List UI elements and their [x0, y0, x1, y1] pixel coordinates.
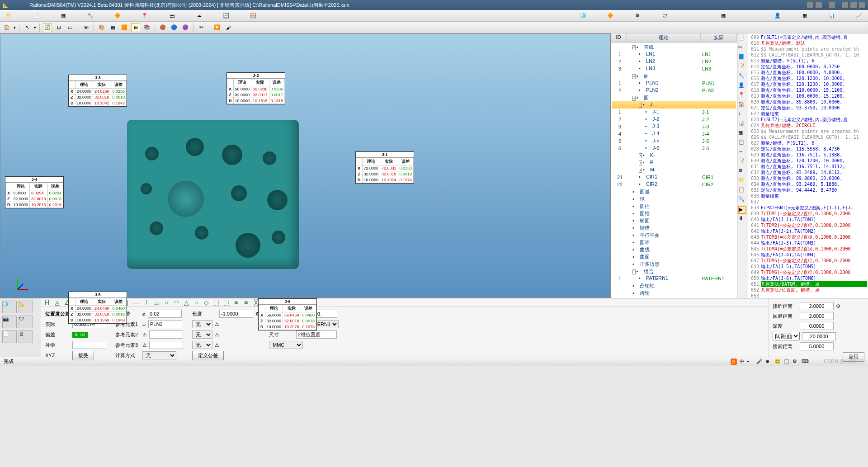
si-6-icon[interactable]: ⚙ — [793, 359, 799, 365]
menu-window-icon[interactable]: 🪟 — [249, 12, 258, 20]
tol-sym-18[interactable]: ⬚ — [222, 298, 230, 307]
tol-sym-14[interactable]: △ — [182, 298, 190, 307]
tree-item[interactable]: −•组合 — [612, 268, 736, 275]
home-icon[interactable]: 🏠 — [2, 23, 11, 32]
code-icon-1[interactable]: 📄 — [738, 35, 746, 43]
tree-item[interactable]: •曲面 — [612, 253, 736, 260]
code-icon-20[interactable]: ⏸ — [738, 215, 746, 223]
tree-item[interactable]: •平行平面 — [612, 231, 736, 239]
code-icon-7[interactable]: 📍 — [738, 92, 746, 100]
color-icon[interactable]: 🎨 — [97, 23, 106, 32]
feature-tree[interactable]: −•直线1•LN1LN12•LN2LN23•LN3LN3−•面1•PLN1PLN… — [611, 42, 737, 298]
code-icon-9[interactable]: ↕ — [738, 111, 746, 119]
ref1-input[interactable] — [148, 320, 182, 328]
menu-r9-icon[interactable]: 📈 — [854, 12, 863, 20]
menu-r4-icon[interactable]: 🛡 — [660, 12, 669, 20]
calc-select[interactable]: 无 — [142, 351, 176, 359]
layout-button-2[interactable] — [815, 2, 822, 8]
ref2-input[interactable] — [149, 330, 183, 339]
tree-item[interactable]: •球 — [612, 195, 736, 203]
si-1-icon[interactable]: • — [747, 359, 754, 365]
code-icon-10[interactable]: 📊 — [738, 120, 746, 128]
tree-item[interactable]: •管道 — [612, 297, 736, 298]
fit-icon[interactable]: ⊡ — [54, 23, 63, 32]
approach-input[interactable] — [800, 302, 834, 310]
define-button[interactable]: 定义公差 — [192, 351, 224, 360]
callout-J-5[interactable]: J-5理论实际误差X24.000024.04600.0460Z32.000032… — [68, 292, 127, 324]
bi-angle-icon[interactable]: 📐 — [19, 301, 33, 313]
bi-cam-icon[interactable]: 📷 — [2, 316, 17, 328]
plane-icon[interactable]: ▱ — [142, 321, 146, 327]
tolband-input[interactable] — [148, 310, 182, 318]
si-4-icon[interactable]: 😊 — [774, 359, 781, 365]
user-button[interactable] — [828, 2, 835, 8]
code-icon-8[interactable]: 🏠 — [738, 101, 746, 109]
spacing-select[interactable]: 间距面 — [773, 332, 800, 340]
tree-item[interactable]: •椭圆 — [612, 217, 736, 224]
warn4-icon[interactable]: ⚠ — [215, 332, 219, 338]
tree-item[interactable]: •凸轮轴 — [612, 282, 736, 289]
tree-item[interactable]: •正多边形 — [612, 260, 736, 268]
none3-select[interactable]: 无 — [192, 341, 212, 349]
tree-item[interactable]: •圆弧 — [612, 188, 736, 195]
si-2-icon[interactable]: 🎤 — [756, 359, 763, 365]
none1-select[interactable]: 无 — [192, 320, 212, 328]
tree-item[interactable]: +•P- — [612, 159, 736, 166]
menu-tool-icon[interactable]: 🔧 — [86, 12, 95, 20]
warn-icon[interactable]: ⚠ — [142, 332, 147, 338]
warn-icon-2[interactable]: ⚠ — [142, 342, 147, 348]
si-7-icon[interactable]: ⌨ — [802, 359, 808, 365]
tol-sym-17[interactable]: ⬚ — [212, 298, 220, 307]
callout-J-3[interactable]: J-3理论实际误差X24.000024.02560.0256Z32.000032… — [68, 75, 127, 107]
minimize-button[interactable] — [841, 2, 849, 8]
spacing-input[interactable] — [802, 332, 836, 340]
tree-item[interactable]: •曲线 — [612, 246, 736, 253]
bi-cube-icon[interactable]: 🧊 — [2, 301, 17, 313]
menu-r7-icon[interactable]: ▦ — [800, 12, 809, 20]
accept-button[interactable]: 接受 — [72, 351, 94, 360]
menu-r1-icon[interactable]: 🧊 — [579, 12, 588, 20]
tree-item[interactable]: +•M- — [612, 166, 736, 174]
comp-input[interactable] — [72, 341, 106, 349]
col-theory[interactable]: 理论 — [627, 33, 701, 42]
tol-sym-16[interactable]: ◇ — [202, 298, 210, 307]
si-5-icon[interactable]: 📋 — [783, 359, 790, 365]
t1-icon[interactable]: 🟤 — [158, 23, 167, 32]
menu-r8-icon[interactable]: 📊 — [827, 12, 836, 20]
code-icon-5[interactable]: 🔧 — [738, 73, 746, 81]
tree-item[interactable]: •圆柱 — [612, 203, 736, 210]
tree-item[interactable]: 4•J-4J-4 — [612, 130, 736, 137]
tol-sym-10[interactable]: / — [142, 298, 151, 307]
callout-J-2[interactable]: J-2理论实际误差X56.000056.02360.0236Z32.000032… — [226, 72, 285, 104]
callout-J-6[interactable]: J-6理论实际误差X56.000056.04600.0460Z32.000032… — [258, 298, 317, 330]
menu-refresh-icon[interactable]: 🔄 — [222, 12, 231, 20]
diam-icon[interactable]: ⌀ — [142, 311, 146, 317]
col-id[interactable]: ID — [611, 33, 627, 42]
tree-item[interactable]: 5•J-5J-5 — [612, 137, 736, 145]
menu-doc-icon[interactable]: 📄 — [32, 12, 41, 20]
warn3-icon[interactable]: ⚠ — [215, 321, 219, 327]
brush-icon[interactable]: 🖌 — [224, 23, 233, 32]
menu-r6-icon[interactable]: 👤 — [773, 12, 782, 20]
tree-item[interactable]: 6•J-6J-6 — [612, 145, 736, 152]
menu-cloud-icon[interactable]: ☁ — [194, 12, 203, 20]
depth-input[interactable] — [800, 322, 834, 330]
ref3-input[interactable] — [149, 341, 183, 349]
code-icon-16[interactable]: 📁 — [738, 177, 746, 185]
tree-item[interactable]: 21•CIR1CIR1 — [612, 174, 736, 181]
code-icon-3[interactable]: 📘 — [738, 54, 746, 62]
retract-input[interactable] — [800, 312, 834, 320]
code-icon-4[interactable]: 📝 — [738, 63, 746, 71]
tree-item[interactable]: •圆锥 — [612, 210, 736, 217]
tree-item[interactable]: 1•PATERN1PATERN1 — [612, 275, 736, 282]
orbit-icon[interactable]: 🔄 — [43, 23, 52, 32]
tree-item[interactable]: 22•CIR2CIR2 — [612, 181, 736, 188]
t3-icon[interactable]: 🟣 — [181, 23, 190, 32]
tree-item[interactable]: •圆环 — [612, 239, 736, 246]
tree-item[interactable]: −•J- — [612, 101, 736, 108]
grid2-icon[interactable]: ▦ — [108, 23, 118, 32]
layer-icon[interactable]: 📚 — [142, 23, 151, 32]
clip-icon[interactable]: ✂ — [197, 23, 206, 32]
bi-shield-icon[interactable]: 🛡 — [19, 316, 33, 328]
tree-item[interactable]: −•直线 — [612, 43, 736, 51]
